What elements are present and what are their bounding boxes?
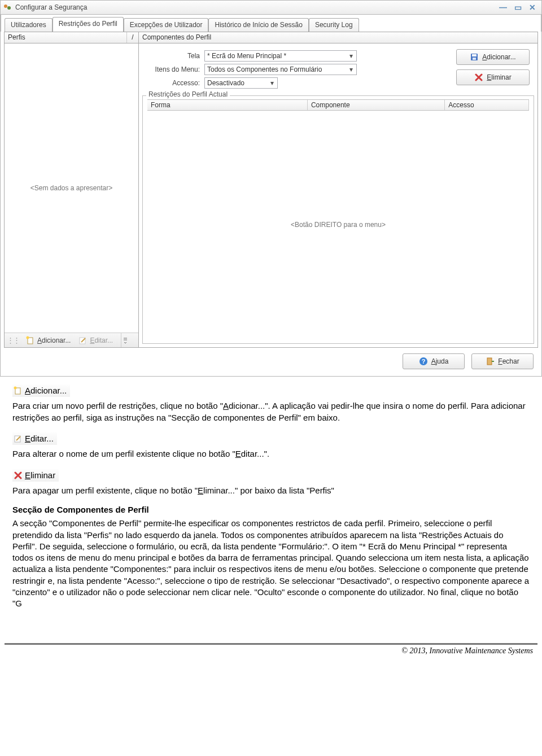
doc-editar-chip: Editar... (12, 432, 57, 445)
eliminar-componente-button[interactable]: Eliminar (456, 69, 530, 85)
close-button[interactable]: ✕ (528, 3, 537, 11)
tab-restricoes-perfil[interactable]: Restrições do Perfil (53, 17, 124, 32)
svg-point-0 (4, 5, 7, 8)
perfis-list[interactable]: <Sem dados a apresentar> (5, 43, 138, 333)
tab-security-log[interactable]: Security Log (309, 18, 359, 32)
titlebar: Configurar a Segurança — ▭ ✕ (0, 0, 542, 15)
delete-x-icon (14, 471, 23, 480)
restricoes-groupbox: Restrições do Perfil Actual Forma Compon… (142, 95, 534, 344)
itens-label: Itens do Menu: (143, 65, 200, 73)
tab-utilizadores[interactable]: Utilizadores (5, 18, 53, 32)
save-disk-icon (470, 53, 479, 62)
adicionar-componente-button[interactable]: Adicionar... (456, 49, 530, 65)
restricoes-grid-body[interactable]: <Botão DIREITO para o menu> (147, 111, 529, 339)
svg-rect-7 (473, 58, 476, 60)
svg-text:?: ? (421, 358, 425, 365)
doc-p4: A secção "Componentes de Perfil" permite… (12, 518, 530, 609)
svg-point-1 (7, 6, 11, 10)
chevron-down-icon: ▾ (347, 52, 355, 60)
tab-excepcoes-utilizador[interactable]: Excepções de Utilizador (124, 18, 209, 32)
toolbar-overflow[interactable] (121, 333, 129, 347)
doc-adicionar-chip: AAdicionar...dicionar... (12, 384, 70, 397)
editar-perfil-button[interactable]: Editar... (76, 335, 115, 346)
accesso-label: Accesso: (143, 79, 200, 87)
componentes-panel: Componentes do Perfil Tela * Ecrã do Men… (139, 32, 537, 347)
doc-heading: Secção de Componentes de Perfil (12, 504, 530, 515)
tela-value: * Ecrã do Menu Principal * (207, 52, 286, 60)
perfis-panel: Perfis / <Sem dados a apresentar> ⋮⋮ Adi… (5, 32, 139, 347)
window-title: Configurar a Segurança (15, 3, 499, 11)
perfis-sort-indicator[interactable]: / (127, 32, 138, 43)
ajuda-label: juda (436, 357, 449, 365)
edit-icon (78, 336, 88, 345)
perfis-toolbar: ⋮⋮ Adicionar... Editar... (5, 333, 138, 347)
help-icon: ? (419, 357, 428, 366)
doc-p1: Para criar um novo perfil de restrições,… (12, 400, 530, 423)
col-accesso[interactable]: Accesso (445, 100, 529, 110)
adicionar-perfil-label: dicionar... (42, 337, 71, 344)
svg-rect-10 (487, 358, 492, 365)
toolbar-grip: ⋮⋮ (7, 336, 19, 344)
eliminar-componente-label: liminar (491, 73, 511, 81)
ajuda-button[interactable]: ? Ajuda (403, 353, 465, 369)
perfis-empty-text: <Sem dados a apresentar> (30, 184, 112, 192)
chevron-down-icon: ▾ (347, 65, 355, 73)
perfis-header[interactable]: Perfis (5, 32, 127, 43)
accesso-combo[interactable]: Desactivado ▾ (204, 77, 278, 89)
app-icon (3, 3, 12, 12)
col-forma[interactable]: Forma (147, 100, 308, 110)
adicionar-componente-label: dicionar... (487, 53, 515, 61)
fechar-label: echar (502, 357, 519, 365)
svg-point-12 (14, 387, 17, 390)
svg-point-3 (27, 336, 29, 339)
door-exit-icon (486, 357, 495, 366)
restricoes-legend: Restrições do Perfil Actual (146, 90, 230, 98)
itens-combo[interactable]: Todos os Componentes no Formulário ▾ (204, 64, 357, 75)
doc-p3: Para apagar um perfil existente, clique … (12, 485, 530, 496)
edit-icon (14, 434, 23, 443)
tela-label: Tela (143, 52, 200, 60)
fechar-button[interactable]: Fechar (471, 353, 534, 369)
grid-empty-text: <Botão DIREITO para o menu> (291, 221, 386, 229)
editar-perfil-label: ditar... (94, 337, 113, 344)
chevron-down-icon: ▾ (268, 79, 276, 87)
minimize-button[interactable]: — (499, 3, 508, 11)
new-doc-icon (26, 336, 35, 345)
doc-p2: Para alterar o nome de um perfil existen… (12, 448, 530, 460)
delete-x-icon (474, 73, 483, 82)
maximize-button[interactable]: ▭ (513, 3, 522, 11)
tab-historico-sessao[interactable]: Histórico de Início de Sessão (208, 18, 308, 32)
svg-rect-6 (472, 54, 477, 56)
accesso-value: Desactivado (207, 79, 244, 87)
tela-combo[interactable]: * Ecrã do Menu Principal * ▾ (204, 50, 357, 62)
col-componente[interactable]: Componente (308, 100, 445, 110)
tabbar: Utilizadores Restrições do Perfil Excepç… (1, 15, 541, 32)
itens-value: Todos os Componentes no Formulário (207, 65, 322, 73)
copyright-footer: © 2013, Innovative Maintenance Systems (5, 643, 537, 660)
new-doc-icon (14, 386, 23, 395)
doc-eliminar-chip: Eliminar (12, 469, 59, 482)
doc-body: AAdicionar...dicionar... Para criar um n… (0, 377, 542, 623)
restricoes-grid-header: Forma Componente Accesso (147, 99, 529, 111)
componentes-header: Componentes do Perfil (139, 32, 537, 43)
adicionar-perfil-button[interactable]: Adicionar... (24, 335, 73, 346)
